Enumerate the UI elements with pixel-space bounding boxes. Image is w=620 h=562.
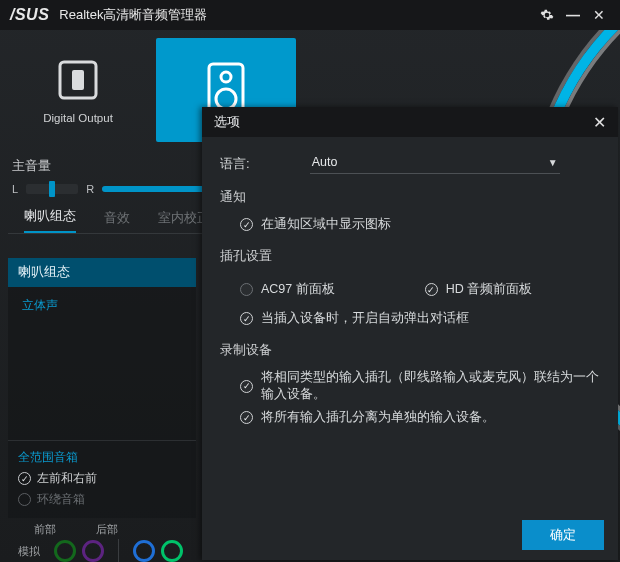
- svg-point-4: [216, 89, 236, 109]
- front-jacks: [54, 540, 104, 562]
- hd-front-label: HD 音频前面板: [446, 281, 533, 298]
- options-dialog: 选项 ✕ 语言: Auto ▼ 通知 在通知区域中显示图标 插孔设置 AC97 …: [202, 107, 618, 560]
- options-title: 选项: [214, 113, 240, 131]
- jack-rear-blue[interactable]: [133, 540, 155, 562]
- tab-sound-effect[interactable]: 音效: [104, 209, 130, 233]
- brand-logo: /SUS: [10, 6, 49, 24]
- check-icon: [240, 283, 253, 296]
- balance-L: L: [12, 183, 18, 195]
- jack-front-label: 前部: [34, 522, 56, 537]
- check-icon: [18, 493, 31, 506]
- balance-slider[interactable]: [26, 184, 78, 194]
- check-icon: [240, 312, 253, 325]
- show-tray-icon-checkbox[interactable]: 在通知区域中显示图标: [240, 216, 600, 233]
- chevron-down-icon: ▼: [548, 157, 558, 168]
- jack-rear-label: 后部: [96, 522, 118, 537]
- front-lr-checkbox[interactable]: 左前和右前: [18, 470, 186, 487]
- notify-section-title: 通知: [220, 188, 600, 206]
- record-merge-checkbox[interactable]: 将相同类型的输入插孔（即线路输入或麦克风）联结为一个输入设备。: [240, 369, 600, 403]
- ac97-front-panel-checkbox[interactable]: AC97 前面板: [240, 281, 335, 298]
- surround-checkbox[interactable]: 环绕音箱: [18, 491, 186, 508]
- jack-front-purple[interactable]: [82, 540, 104, 562]
- jack-section-title: 插孔设置: [220, 247, 600, 265]
- settings-icon[interactable]: [536, 4, 558, 26]
- title-bar: /SUS Realtek高清晰音频管理器 — ✕: [0, 0, 620, 30]
- front-lr-label: 左前和右前: [37, 470, 97, 487]
- record-split-label: 将所有输入插孔分离为单独的输入设备。: [261, 409, 495, 426]
- language-value: Auto: [312, 155, 338, 169]
- stereo-option[interactable]: 立体声: [8, 287, 196, 324]
- check-icon: [240, 380, 253, 393]
- ok-button[interactable]: 确定: [522, 520, 604, 550]
- ac97-label: AC97 前面板: [261, 281, 335, 298]
- options-header: 选项 ✕: [202, 107, 618, 137]
- svg-rect-1: [72, 70, 84, 90]
- speaker-config-panel: 喇叭组态 立体声 全范围音箱 左前和右前 环绕音箱: [8, 258, 196, 518]
- language-label: 语言:: [220, 155, 250, 173]
- window-title: Realtek高清晰音频管理器: [59, 6, 532, 24]
- language-select[interactable]: Auto ▼: [310, 153, 560, 174]
- show-tray-icon-label: 在通知区域中显示图标: [261, 216, 391, 233]
- check-icon: [425, 283, 438, 296]
- check-icon: [240, 411, 253, 424]
- full-range-title: 全范围音箱: [18, 449, 186, 466]
- record-split-checkbox[interactable]: 将所有输入插孔分离为单独的输入设备。: [240, 409, 600, 426]
- tab-speaker-config[interactable]: 喇叭组态: [24, 207, 76, 233]
- balance-R: R: [86, 183, 94, 195]
- hd-front-panel-checkbox[interactable]: HD 音频前面板: [425, 281, 533, 298]
- auto-popup-checkbox[interactable]: 当插入设备时，开启自动弹出对话框: [240, 310, 600, 327]
- record-section-title: 录制设备: [220, 341, 600, 359]
- auto-popup-label: 当插入设备时，开启自动弹出对话框: [261, 310, 469, 327]
- check-icon: [240, 218, 253, 231]
- digital-output-icon: [54, 56, 102, 104]
- record-merge-label: 将相同类型的输入插孔（即线路输入或麦克风）联结为一个输入设备。: [261, 369, 600, 403]
- rear-jacks: [133, 540, 183, 562]
- device-digital-output[interactable]: Digital Output: [8, 38, 148, 142]
- analog-label: 模拟: [18, 544, 40, 559]
- side-header: 喇叭组态: [8, 258, 196, 287]
- jack-front-green[interactable]: [54, 540, 76, 562]
- options-close-icon[interactable]: ✕: [593, 113, 606, 132]
- device-digital-label: Digital Output: [43, 112, 113, 124]
- close-icon[interactable]: ✕: [588, 4, 610, 26]
- check-icon: [18, 472, 31, 485]
- svg-point-3: [221, 72, 231, 82]
- jack-separator: [118, 539, 119, 562]
- surround-label: 环绕音箱: [37, 491, 85, 508]
- minimize-icon[interactable]: —: [562, 4, 584, 26]
- jack-rear-green[interactable]: [161, 540, 183, 562]
- jack-row: 前部 后部 模拟: [8, 522, 196, 562]
